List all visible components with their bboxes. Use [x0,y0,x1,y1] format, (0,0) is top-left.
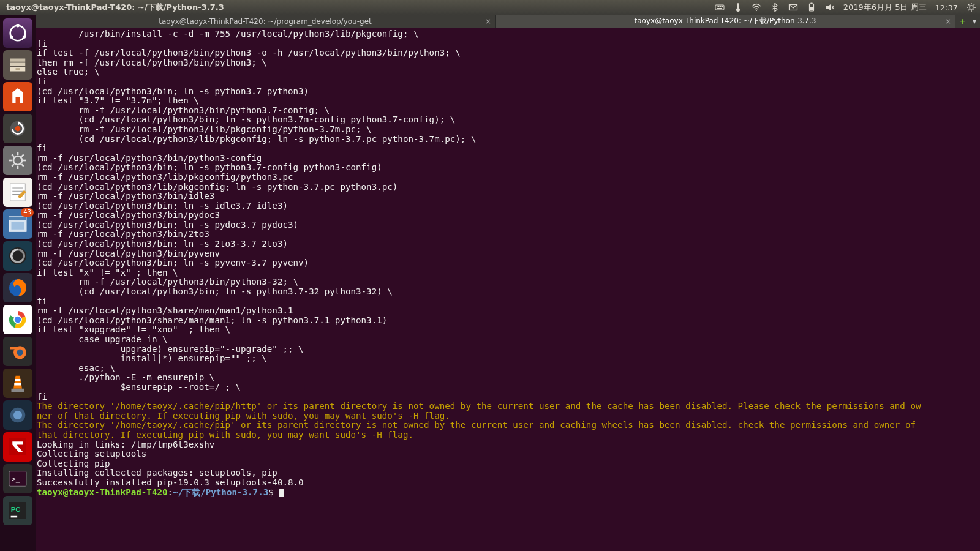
prompt-sep: : [168,487,173,497]
clock-date[interactable]: 2019年6月月 5日 周三 [843,2,927,13]
svg-line-42 [21,164,24,167]
svg-line-41 [12,154,14,157]
launcher-terminal[interactable]: >_ [3,464,32,493]
launcher-updater[interactable] [3,114,32,143]
svg-rect-0 [715,5,724,10]
launcher-text-editor[interactable] [3,178,32,207]
svg-point-35 [15,126,21,132]
svg-line-21 [974,10,975,11]
cursor [279,489,284,497]
svg-point-8 [756,10,757,11]
svg-rect-4 [722,6,723,7]
launcher-dash[interactable] [3,18,32,48]
svg-point-26 [10,36,13,39]
terminal-body[interactable]: /usr/bin/install -c -d -m 755 /usr/local… [36,28,980,551]
svg-rect-29 [10,63,26,66]
svg-text:>_: >_ [12,475,20,483]
launcher-obs[interactable] [3,241,32,271]
prompt-path: ~/下载/Python-3.7.3 [173,487,268,497]
launcher-software-center[interactable] [3,82,32,111]
svg-rect-5 [717,8,722,9]
svg-rect-51 [12,222,24,230]
launcher-firefox[interactable] [3,273,32,302]
svg-line-23 [974,4,975,6]
svg-rect-6 [737,3,739,9]
clock-time[interactable]: 12:37 [935,3,958,12]
bluetooth-icon[interactable] [770,2,780,12]
svg-point-7 [736,8,740,12]
svg-point-24 [10,26,26,41]
battery-icon[interactable] [807,2,816,12]
launcher-settings[interactable] [3,146,32,175]
svg-point-62 [13,411,22,419]
svg-line-43 [12,164,14,167]
badge-count: 43 [21,208,34,217]
svg-line-20 [968,4,970,6]
prompt-user: taoyx@taoyx-ThinkPad-T420 [37,487,168,497]
launcher-app1[interactable] [3,400,32,430]
svg-point-36 [13,156,22,165]
svg-rect-2 [718,6,720,7]
term-warning: The directory '/home/taoyx/.cache/pip' o… [37,420,921,440]
svg-line-22 [968,10,970,11]
svg-rect-68 [11,516,18,518]
term-warning: The directory '/home/taoyx/.cache/pip/ht… [37,401,921,421]
launcher-vlc[interactable] [3,369,32,398]
svg-rect-33 [16,97,20,103]
svg-rect-60 [12,389,24,392]
indicator-area: 2019年6月月 5日 周三 12:37 [715,2,976,13]
svg-rect-12 [810,7,813,10]
svg-rect-31 [16,68,20,70]
svg-rect-58 [15,379,21,381]
launcher-screenshot[interactable]: 43 [3,209,32,239]
mail-icon[interactable] [788,2,798,12]
volume-icon[interactable] [825,2,835,12]
launcher-blender[interactable] [3,337,32,366]
svg-rect-28 [10,59,26,62]
window-title: taoyx@taoyx-ThinkPad-T420: ~/下载/Python-3… [4,2,715,13]
tab-bar: taoyx@taoyx-ThinkPad-T420: ~/program_dev… [36,15,980,28]
term-text: Looking in links: /tmp/tmp6t3exshv Colle… [37,440,304,487]
terminal-output: /usr/bin/install -c -d -m 755 /usr/local… [37,29,979,497]
term-text: /usr/bin/install -c -d -m 755 /usr/local… [37,29,477,402]
launcher-chrome[interactable] [3,305,32,334]
svg-rect-1 [717,6,718,7]
tab-label: taoyx@taoyx-ThinkPad-T420: ~/program_dev… [159,17,371,26]
terminal-tab-1[interactable]: taoyx@taoyx-ThinkPad-T420: ~/program_dev… [36,15,496,28]
new-tab-button[interactable]: + [956,15,969,28]
svg-text:PC: PC [11,506,21,513]
launcher-pycharm[interactable]: PC [3,496,32,525]
terminal-tab-2[interactable]: taoyx@taoyx-ThinkPad-T420: ~/下载/Python-3… [496,15,956,28]
svg-point-57 [17,350,23,356]
svg-rect-50 [9,217,26,220]
svg-rect-3 [720,6,722,7]
close-icon[interactable]: × [485,17,491,26]
svg-point-27 [23,36,26,39]
svg-rect-59 [14,383,21,386]
gear-icon[interactable] [967,2,976,12]
tab-menu-button[interactable]: ▾ [969,15,980,28]
top-panel: taoyx@taoyx-ThinkPad-T420: ~/下载/Python-3… [0,0,980,15]
wifi-icon[interactable] [752,2,761,12]
launcher-filezilla[interactable] [3,432,32,462]
terminal-window: taoyx@taoyx-ThinkPad-T420: ~/program_dev… [36,15,980,551]
svg-point-55 [14,316,21,323]
svg-line-44 [21,154,24,157]
keyboard-icon[interactable] [715,2,725,12]
tab-label: taoyx@taoyx-ThinkPad-T420: ~/下载/Python-3… [635,16,816,26]
svg-point-15 [970,6,973,9]
svg-rect-11 [810,3,812,4]
close-icon[interactable]: × [945,17,951,26]
launcher: 43 >_ PC [0,15,36,551]
prompt-end: $ [268,487,279,497]
temperature-icon[interactable] [733,2,743,12]
svg-point-25 [16,24,19,27]
launcher-files[interactable] [3,50,32,80]
